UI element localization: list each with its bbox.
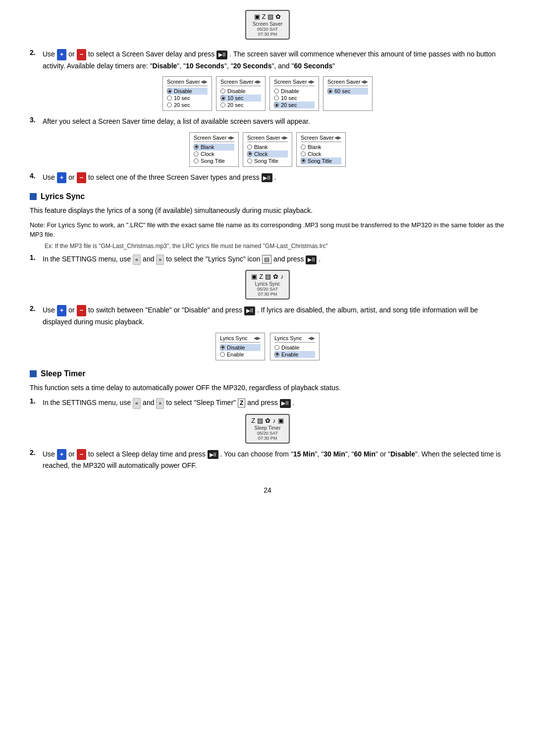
lyrics-sync-icon-ui: ▤ <box>262 255 271 264</box>
delay-screen-3-20sec: 20 sec <box>274 101 315 108</box>
step2-number: 2. <box>30 49 40 56</box>
icon-sleep-grid: ▧ <box>257 417 263 424</box>
icon-z2: Z <box>259 273 263 280</box>
lyrics-sync-example: Ex: If the MP3 file is "GM-Last_Christma… <box>45 243 505 250</box>
delay-screen-1-10sec: 10 sec <box>167 95 208 101</box>
icon-flower: ✿ <box>275 13 281 20</box>
sleep-step2-number: 2. <box>30 449 40 456</box>
play-button[interactable]: ▶II <box>216 50 227 59</box>
sleep-device-screen: Z ▧ ✿ ♪ ▣ Sleep Timer 05/20 SAT07:30 PM <box>245 414 290 444</box>
delay-screen-3-10sec: 10 sec <box>274 95 315 101</box>
type-screen-1: Screen Saver ◀▶ Blank Clock Song Title <box>189 132 239 167</box>
lyrics-sync-icon <box>30 193 37 200</box>
sleep-plus[interactable]: + <box>57 449 67 460</box>
lyrics-device-image: ▣ Z ▧ ✿ ♪ Lyrics Sync 05/20 SAT07:30 PM <box>30 270 505 300</box>
sleep-step2-play[interactable]: ▶II <box>208 450 218 459</box>
step4-play[interactable]: ▶II <box>262 173 272 182</box>
step4-minus[interactable]: − <box>77 172 87 184</box>
step2-disable: Disable <box>153 62 177 70</box>
step2-desc1: to select a Screen Saver delay and press <box>88 50 214 58</box>
step3-body: After you select a Screen Saver time del… <box>43 116 505 127</box>
step2-line: 2. Use + or − to select a Screen Saver d… <box>30 49 505 71</box>
lyrics-screens-row: Lyrics Sync ◀▶ Disable Enable Lyrics Syn… <box>30 333 505 360</box>
lyrics-plus[interactable]: + <box>57 305 67 316</box>
sleep-timer-header: Sleep Timer <box>30 369 505 378</box>
delay-screen-1-disable: Disable <box>167 88 208 95</box>
icon-note: ♪ <box>280 273 284 280</box>
lyrics-screen-2: Lyrics Sync ◀▶ Disable Enable <box>270 333 320 360</box>
sleep-step1-line: 1. In the SETTINGS menu, use « and » to … <box>30 397 505 409</box>
device-label: Screen Saver <box>250 21 285 27</box>
sleep-timer-icon-ui: Z <box>238 399 245 407</box>
icon-screensaver: ▣ <box>254 13 260 20</box>
lyrics-step1-play[interactable]: ▶II <box>306 255 317 264</box>
plus-button[interactable]: + <box>57 49 67 60</box>
sleep-minus[interactable]: − <box>77 449 87 460</box>
lyrics-device-time: 05/20 SAT07:30 PM <box>250 287 285 297</box>
lyrics-step2-play[interactable]: ▶II <box>244 306 255 315</box>
icon-sleep-note: ♪ <box>272 417 276 424</box>
sleep-step1-body: In the SETTINGS menu, use « and » to sel… <box>43 397 505 409</box>
lyrics-step2-number: 2. <box>30 304 40 312</box>
lyrics-step1-body: In the SETTINGS menu, use « and » to sel… <box>43 253 505 265</box>
sleep-60min: 60 Min <box>354 450 375 458</box>
delay-screen-1-title: Screen Saver ◀▶ <box>167 79 208 86</box>
sleep-timer-body: This function sets a time delay to autom… <box>30 382 505 393</box>
radio-20sec <box>167 102 172 107</box>
sleep-step2-line: 2. Use + or − to select a Sleep delay ti… <box>30 449 505 471</box>
step2-body: Use + or − to select a Screen Saver dela… <box>43 49 505 71</box>
step3-number: 3. <box>30 116 40 124</box>
delay-screen-3-title: Screen Saver ◀▶ <box>274 79 315 86</box>
delay-screen-4: Screen Saver ◀▶ 60 sec <box>323 76 373 111</box>
lyrics-sync-note: Note: For Lyrics Sync to work, an ".LRC"… <box>30 220 505 240</box>
nav-forward-button[interactable]: » <box>156 254 164 265</box>
step4-body: Use + or − to select one of the three Sc… <box>43 172 505 184</box>
sleep-30min: 30 Min <box>323 450 345 458</box>
step4-plus[interactable]: + <box>57 172 67 184</box>
step4-line: 4. Use + or − to select one of the three… <box>30 172 505 184</box>
icon-lyrics: ▣ <box>251 273 257 280</box>
sleep-step2-body: Use + or − to select a Sleep delay time … <box>43 449 505 471</box>
lyrics-minus[interactable]: − <box>77 305 87 316</box>
delay-screens-row: Screen Saver ◀▶ Disable 10 sec 20 sec Sc… <box>30 76 505 111</box>
delay-screen-2: Screen Saver ◀▶ Disable 10 sec 20 sec <box>216 76 266 111</box>
page-number: 24 <box>30 486 505 494</box>
sleep-nav-back[interactable]: « <box>133 398 141 409</box>
step2-or: or <box>68 50 76 58</box>
sleep-timer-icon <box>30 370 37 377</box>
lyrics-device-icons: ▣ Z ▧ ✿ ♪ <box>250 273 285 280</box>
lyrics-step1-line: 1. In the SETTINGS menu, use « and » to … <box>30 253 505 265</box>
sleep-nav-forward[interactable]: » <box>156 398 164 409</box>
delay-screen-2-title: Screen Saver ◀▶ <box>220 79 261 86</box>
delay-screen-2-disable: Disable <box>220 88 261 95</box>
icon-grid2: ▧ <box>265 273 271 280</box>
type-screen-3: Screen Saver ◀▶ Blank Clock Song Title <box>296 132 346 167</box>
lyrics-step2-body: Use + or − to switch between "Enable" or… <box>43 304 505 327</box>
lyrics-step1-number: 1. <box>30 253 40 261</box>
sleep-device-icons: Z ▧ ✿ ♪ ▣ <box>250 417 285 424</box>
icon-flower2: ✿ <box>273 273 278 280</box>
nav-back-button[interactable]: « <box>133 254 141 265</box>
delay-screen-3-disable: Disable <box>274 88 315 95</box>
lyrics-sync-title: Lyrics Sync <box>41 192 85 201</box>
page-content: ▣ Z ▧ ✿ Screen Saver 05/20 SAT07:30 PM 2… <box>30 10 505 494</box>
delay-screen-1: Screen Saver ◀▶ Disable 10 sec 20 sec <box>162 76 212 111</box>
delay-screen-4-title: Screen Saver ◀▶ <box>327 79 368 86</box>
device-time: 05/20 SAT07:30 PM <box>250 27 285 37</box>
top-device-image: ▣ Z ▧ ✿ Screen Saver 05/20 SAT07:30 PM <box>30 10 505 40</box>
radio-disable-filled <box>167 89 172 94</box>
delay-screen-4-60sec: 60 sec <box>327 88 368 95</box>
sleep-step1-play[interactable]: ▶II <box>280 399 291 408</box>
icon-grid: ▧ <box>268 13 273 20</box>
lyrics-screen-1: Lyrics Sync ◀▶ Disable Enable <box>215 333 265 360</box>
sleep-timer-title: Sleep Timer <box>41 369 85 378</box>
minus-button[interactable]: − <box>77 49 87 60</box>
type-screen-2: Screen Saver ◀▶ Blank Clock Song Title <box>243 132 292 167</box>
lyrics-sync-body: This feature displays the lyrics of a so… <box>30 205 505 216</box>
icon-z: Z <box>262 13 266 20</box>
lyrics-device-screen: ▣ Z ▧ ✿ ♪ Lyrics Sync 05/20 SAT07:30 PM <box>245 270 290 300</box>
radio-10sec <box>167 96 172 101</box>
step4-number: 4. <box>30 172 40 180</box>
sleep-15min: 15 Min <box>293 450 315 458</box>
step2-60sec: 60 Seconds <box>294 62 332 70</box>
